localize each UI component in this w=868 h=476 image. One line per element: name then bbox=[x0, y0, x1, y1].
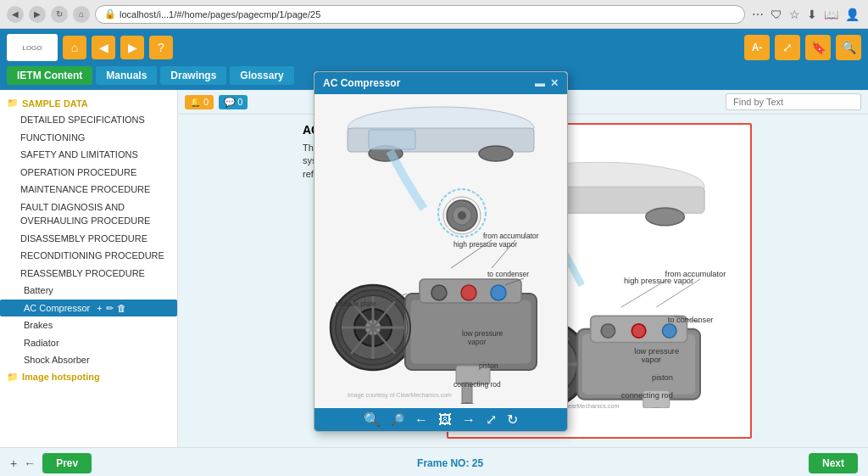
browser-download-icon[interactable]: ⬇ bbox=[805, 6, 819, 23]
browser-shield-icon[interactable]: 🛡 bbox=[769, 6, 784, 23]
address-bar[interactable]: 🔒 localhost/i...1/#/home/pages/pagecmp/1… bbox=[95, 5, 745, 24]
modal-compressor-main bbox=[331, 279, 537, 404]
modal-title: AC Compressor bbox=[323, 77, 400, 89]
svg-text:vapor: vapor bbox=[468, 338, 486, 346]
svg-point-51 bbox=[454, 403, 480, 404]
modal-diagram-svg: high pressure vapor from accumulator wob… bbox=[322, 98, 559, 404]
sidebar: SAMPLE DATA DETAILED SPECIFICATIONS FUNC… bbox=[0, 90, 178, 447]
sidebar-image-hotspot-folder[interactable]: Image hotspoting bbox=[0, 369, 177, 385]
sidebar-item-operation[interactable]: OPERATION PROCEDURE bbox=[0, 164, 177, 182]
tab-ietm-content[interactable]: IETM Content bbox=[7, 66, 92, 85]
browser-forward-btn[interactable]: ▶ bbox=[29, 6, 46, 23]
svg-point-16 bbox=[601, 324, 615, 339]
sidebar-item-radiator[interactable]: Radiator bbox=[0, 334, 177, 352]
modal-zoom-in-btn[interactable]: 🔍 bbox=[364, 412, 381, 428]
modal-zoom-out-btn[interactable]: 🔎 bbox=[391, 413, 404, 426]
svg-text:connecting rod: connecting rod bbox=[453, 380, 501, 389]
footer-frame-number: Frame NO: 25 bbox=[92, 457, 809, 469]
svg-text:Image courtesy of ClearMechani: Image courtesy of ClearMechanics.com bbox=[348, 392, 452, 399]
modal-close-btn[interactable]: ✕ bbox=[550, 77, 559, 89]
browser-chrome: ◀ ▶ ↻ ⌂ 🔒 localhost/i...1/#/home/pages/p… bbox=[0, 0, 868, 29]
svg-text:piston: piston bbox=[479, 361, 498, 370]
forward-button[interactable]: ▶ bbox=[120, 36, 144, 59]
find-text-input[interactable] bbox=[726, 93, 861, 110]
modal-header: AC Compressor ▬ ✕ bbox=[314, 72, 567, 94]
modal-image-btn[interactable]: 🖼 bbox=[438, 412, 452, 428]
browser-home-btn[interactable]: ⌂ bbox=[73, 6, 90, 23]
search-button[interactable]: 🔍 bbox=[836, 35, 861, 60]
edit-icon[interactable]: ✏ bbox=[106, 301, 114, 316]
footer-left: + ← Prev bbox=[10, 453, 92, 473]
back-arrow-icon[interactable]: ← bbox=[24, 456, 36, 470]
footer-right: Next bbox=[809, 453, 858, 473]
svg-text:low pressure: low pressure bbox=[462, 329, 503, 338]
sidebar-action-icons: + ✏ 🗑 bbox=[97, 301, 125, 316]
browser-back-btn[interactable]: ◀ bbox=[7, 6, 24, 23]
label-from-accumulator: from accumulator bbox=[665, 270, 726, 278]
tab-glossary[interactable]: Glossary bbox=[230, 66, 293, 85]
svg-point-28 bbox=[479, 146, 513, 161]
modal-header-buttons: ▬ ✕ bbox=[535, 77, 559, 89]
modal-footer: 🔍 🔎 ← 🖼 → ⤢ ↻ bbox=[314, 408, 567, 431]
comment-badge[interactable]: 💬 0 bbox=[219, 95, 248, 109]
svg-point-17 bbox=[632, 324, 646, 339]
app-header: LOGO ⌂ ◀ ▶ ? A- ⤢ 🔖 🔍 bbox=[0, 29, 868, 66]
browser-menu-icon[interactable]: ⋯ bbox=[750, 6, 765, 23]
add-icon[interactable]: + bbox=[97, 301, 102, 316]
browser-reload-btn[interactable]: ↻ bbox=[51, 6, 68, 23]
sidebar-root-folder[interactable]: SAMPLE DATA bbox=[0, 95, 177, 111]
prev-button[interactable]: Prev bbox=[42, 453, 92, 473]
delete-icon[interactable]: 🗑 bbox=[117, 301, 126, 316]
modal-prev-btn[interactable]: ← bbox=[415, 412, 428, 428]
comment-icon: 💬 bbox=[224, 97, 236, 108]
help-button[interactable]: ? bbox=[149, 36, 173, 59]
sidebar-item-disassembly[interactable]: DISASSEMBLY PROCEDURE bbox=[0, 230, 177, 248]
browser-account-icon[interactable]: 👤 bbox=[843, 6, 861, 23]
next-button[interactable]: Next bbox=[809, 453, 858, 473]
tab-manuals[interactable]: Manuals bbox=[96, 66, 157, 85]
modal-car bbox=[348, 107, 534, 237]
svg-text:from accumulator: from accumulator bbox=[483, 232, 539, 240]
browser-reader-icon[interactable]: 📖 bbox=[822, 6, 840, 23]
svg-text:wobble plate: wobble plate bbox=[335, 300, 376, 308]
sidebar-item-ac-compressor[interactable]: AC Compressor + ✏ 🗑 bbox=[0, 300, 177, 317]
sidebar-item-reconditioning[interactable]: RECONDITIONING PROCEDURE bbox=[0, 247, 177, 265]
modal-image-area: high pressure vapor from accumulator wob… bbox=[314, 94, 567, 408]
modal-next-btn[interactable]: → bbox=[462, 412, 476, 428]
sidebar-item-reassembly[interactable]: REASSEMBLY PROCEDURE bbox=[0, 265, 177, 283]
browser-actions: ⋯ 🛡 ☆ ⬇ 📖 👤 bbox=[750, 6, 861, 23]
modal-minimize-btn[interactable]: ▬ bbox=[535, 77, 545, 89]
add-page-icon[interactable]: + bbox=[10, 456, 17, 470]
modal-refresh-btn[interactable]: ↻ bbox=[507, 412, 518, 428]
label-to-condenser: to condenser bbox=[668, 316, 714, 324]
sidebar-item-battery[interactable]: Battery bbox=[0, 282, 177, 300]
back-button[interactable]: ◀ bbox=[92, 36, 115, 59]
svg-text:to condenser: to condenser bbox=[487, 270, 529, 278]
svg-rect-29 bbox=[369, 130, 415, 149]
comment-count: 0 bbox=[237, 97, 242, 107]
sidebar-item-maintenance[interactable]: MAINTENANCE PROCEDURE bbox=[0, 181, 177, 199]
modal-dialog: AC Compressor ▬ ✕ bbox=[314, 71, 568, 432]
modal-expand-btn[interactable]: ⤢ bbox=[486, 412, 497, 428]
expand-button[interactable]: ⤢ bbox=[775, 35, 800, 60]
browser-star-icon[interactable]: ☆ bbox=[787, 6, 802, 23]
label-piston: piston bbox=[652, 373, 673, 382]
notification-count: 0 bbox=[203, 97, 209, 107]
tab-drawings[interactable]: Drawings bbox=[160, 66, 226, 85]
sidebar-item-functioning[interactable]: FUNCTIONING bbox=[0, 129, 177, 147]
home-button[interactable]: ⌂ bbox=[63, 36, 86, 59]
app-logo: LOGO bbox=[7, 34, 58, 61]
svg-point-47 bbox=[461, 285, 476, 300]
header-right: A- ⤢ 🔖 🔍 bbox=[744, 35, 861, 60]
notification-badge[interactable]: 🔔 0 bbox=[185, 95, 214, 109]
bookmark-button[interactable]: 🔖 bbox=[805, 35, 831, 60]
svg-point-48 bbox=[491, 285, 506, 300]
label-low-pressure: low pressure bbox=[634, 347, 679, 356]
sidebar-item-fault-diagnosis[interactable]: FAULT DIAGNOSIS AND OVERHAULING PROCEDUR… bbox=[0, 199, 177, 230]
font-size-button[interactable]: A- bbox=[744, 35, 770, 60]
notification-icon: 🔔 bbox=[190, 97, 202, 108]
sidebar-item-detailed-specs[interactable]: DETAILED SPECIFICATIONS bbox=[0, 111, 177, 129]
sidebar-item-safety[interactable]: SAFETY AND LIMITATIONS bbox=[0, 146, 177, 164]
sidebar-item-shock-absorber[interactable]: Shock Absorber bbox=[0, 351, 177, 369]
sidebar-item-brakes[interactable]: Brakes bbox=[0, 316, 177, 334]
